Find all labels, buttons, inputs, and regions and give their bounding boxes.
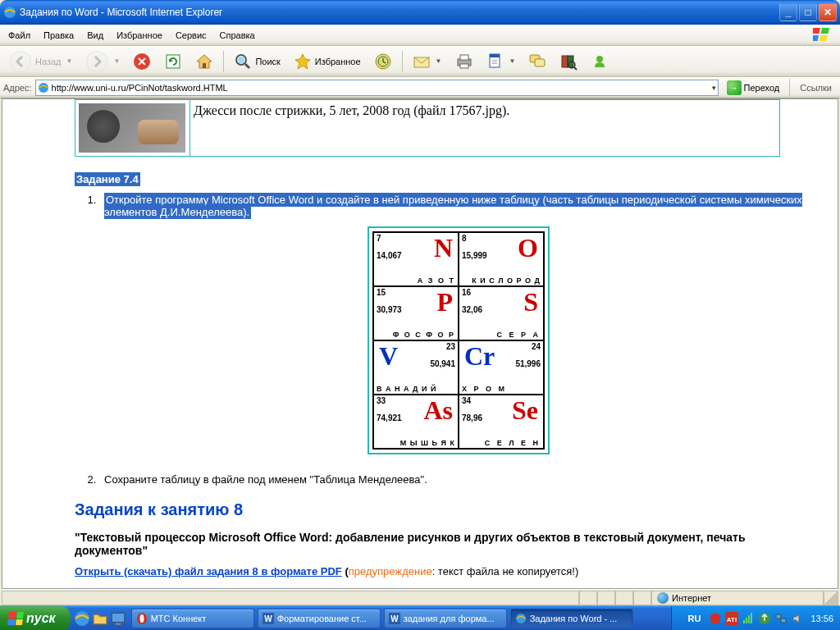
periodic-preview: 7N14,067А З О Т 8O15,999К И С Л О Р О Д … — [368, 226, 550, 454]
address-input-wrap[interactable]: ▾ — [35, 80, 719, 96]
ql-folder-icon[interactable] — [92, 610, 108, 627]
back-label: Назад — [35, 57, 62, 66]
toolbar: Назад ▼ ▼ Поиск Избранное ▼ ▼ — [0, 46, 840, 77]
tray-signal-icon[interactable] — [742, 612, 755, 625]
go-label: Переход — [744, 83, 780, 93]
tray-ati-icon[interactable]: ATI — [725, 612, 738, 625]
menu-bar: Файл Правка Вид Избранное Сервис Справка — [0, 25, 840, 46]
links-label[interactable]: Ссылки — [795, 83, 837, 93]
svg-rect-11 — [203, 63, 206, 68]
home-icon — [195, 52, 213, 71]
taskbar: пуск МТС Коннект W Форматирование ст... … — [0, 605, 840, 630]
page-viewport[interactable]: Джесси после стрижки, 5 лет, 2008 год (ф… — [2, 99, 838, 588]
chevron-down-icon: ▼ — [113, 57, 120, 65]
task-7-4-title: Задание 7.4 — [75, 173, 813, 185]
chevron-down-icon: ▼ — [436, 57, 442, 65]
edit-icon — [486, 52, 504, 71]
history-icon — [374, 52, 392, 71]
svg-rect-45 — [743, 620, 745, 623]
edit-button[interactable]: ▼ — [481, 49, 522, 74]
search-button[interactable]: Поиск — [228, 49, 285, 74]
svg-rect-27 — [562, 56, 568, 67]
svg-rect-1 — [813, 28, 820, 34]
menu-view[interactable]: Вид — [80, 28, 110, 43]
ie-page-icon — [38, 82, 49, 94]
word-icon: W — [389, 613, 400, 624]
task-item-2: Сохраните таблицу в файле под именем "Та… — [99, 473, 813, 486]
history-button[interactable] — [368, 49, 398, 74]
svg-rect-2 — [821, 28, 829, 34]
svg-rect-19 — [460, 55, 468, 60]
svg-line-30 — [574, 67, 577, 70]
star-icon — [294, 52, 312, 71]
svg-point-37 — [139, 614, 144, 623]
svg-point-31 — [596, 56, 603, 62]
pdf-link[interactable]: Открыть (скачать) файл задания 8 в форма… — [75, 565, 342, 578]
status-bar: Интернет — [2, 589, 838, 605]
windows-flag-icon — [807, 26, 837, 44]
tray-shield-icon[interactable] — [709, 612, 722, 625]
language-indicator[interactable]: RU — [688, 614, 701, 623]
forward-button[interactable]: ▼ — [80, 49, 126, 74]
discuss-button[interactable] — [523, 49, 552, 74]
print-button[interactable] — [450, 49, 479, 74]
menu-favorites[interactable]: Избранное — [110, 28, 169, 43]
clock[interactable]: 13:56 — [810, 614, 833, 623]
element-v: 23V50,941В А Н А Д И Й — [373, 340, 459, 395]
messenger-button[interactable] — [585, 49, 614, 74]
svg-rect-3 — [813, 35, 819, 41]
svg-text:ATI: ATI — [727, 616, 737, 623]
svg-rect-34 — [112, 613, 125, 622]
forward-icon — [85, 50, 108, 73]
menu-edit[interactable]: Правка — [37, 28, 80, 43]
svg-rect-47 — [748, 615, 750, 623]
taskbar-item-ie[interactable]: Задания по Word - ... — [510, 609, 633, 628]
chevron-down-icon[interactable]: ▾ — [712, 84, 716, 92]
menu-file[interactable]: Файл — [2, 28, 37, 43]
refresh-button[interactable] — [158, 49, 188, 74]
globe-icon — [657, 592, 669, 604]
titlebar: Задания по Word - Microsoft Internet Exp… — [0, 0, 840, 25]
menu-tools[interactable]: Сервис — [169, 28, 213, 43]
start-button[interactable]: пуск — [0, 606, 71, 631]
address-input[interactable] — [52, 81, 708, 94]
element-p: 15P30,973Ф О С Ф О Р — [373, 286, 459, 340]
research-button[interactable] — [554, 49, 583, 74]
back-button[interactable]: Назад ▼ — [3, 49, 78, 74]
dog-photo — [79, 103, 185, 153]
opera-icon — [136, 613, 148, 624]
quick-launch — [71, 610, 130, 627]
element-o: 8O15,999К И С Л О Р О Д — [459, 232, 544, 286]
taskbar-item-word2[interactable]: W задания для форма... — [384, 609, 507, 628]
stop-button[interactable] — [127, 49, 157, 74]
mail-button[interactable]: ▼ — [407, 49, 448, 74]
tray-network-icon[interactable] — [774, 612, 788, 625]
svg-rect-20 — [460, 64, 468, 68]
taskbar-item-mts[interactable]: МТС Коннект — [131, 609, 254, 628]
ql-ie-icon[interactable] — [74, 610, 90, 627]
tray-volume-icon[interactable] — [791, 612, 804, 625]
chevron-down-icon: ▼ — [509, 57, 516, 65]
resize-grip[interactable] — [824, 591, 838, 605]
discuss-icon — [528, 52, 546, 71]
svg-line-13 — [245, 64, 249, 68]
menu-help[interactable]: Справка — [213, 28, 262, 43]
mail-icon — [413, 52, 431, 71]
taskbar-item-word1[interactable]: W Форматирование ст... — [258, 609, 381, 628]
go-button[interactable]: → Переход — [722, 79, 785, 97]
status-slot-4 — [633, 591, 651, 605]
svg-rect-46 — [746, 618, 747, 623]
svg-rect-4 — [819, 35, 828, 41]
lesson-8-subhead: "Текстовый процессор Microsoft Office Wo… — [75, 531, 813, 557]
search-icon — [234, 52, 252, 71]
home-button[interactable] — [189, 49, 219, 74]
ql-desktop-icon[interactable] — [110, 610, 126, 627]
maximize-button[interactable]: □ — [799, 3, 817, 21]
svg-text:W: W — [264, 614, 272, 623]
tray-usb-icon[interactable] — [758, 612, 771, 625]
favorites-button[interactable]: Избранное — [288, 49, 367, 74]
address-label: Адрес: — [3, 83, 32, 93]
svg-rect-10 — [167, 55, 180, 68]
minimize-button[interactable]: _ — [779, 3, 797, 21]
close-button[interactable]: ✕ — [819, 3, 837, 21]
